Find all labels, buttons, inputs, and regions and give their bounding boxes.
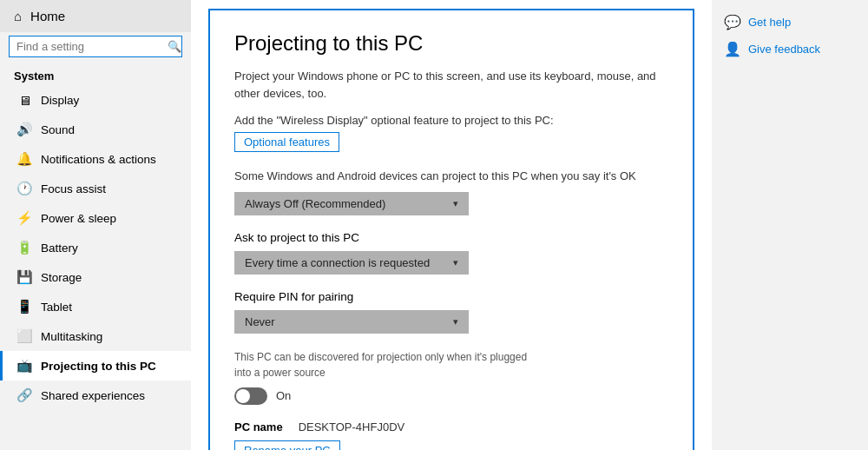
description-text: Project your Windows phone or PC to this… bbox=[234, 68, 668, 102]
notifications-icon: 🔔 bbox=[16, 151, 32, 167]
give-feedback-link[interactable]: 👤 Give feedback bbox=[724, 41, 856, 57]
sound-icon: 🔊 bbox=[16, 122, 32, 137]
sidebar-item-label: Projecting to this PC bbox=[41, 360, 156, 373]
sidebar-item-label: Battery bbox=[41, 242, 78, 255]
discover-text: This PC can be discovered for projection… bbox=[234, 349, 529, 381]
power-icon: ⚡ bbox=[16, 210, 32, 226]
projecting-icon: 📺 bbox=[16, 358, 32, 374]
sidebar-item-battery[interactable]: 🔋 Battery bbox=[0, 233, 191, 262]
add-feature-label: Add the "Wireless Display" optional feat… bbox=[234, 114, 668, 127]
ask-project-dropdown[interactable]: Every time a connection is requested ▾ bbox=[234, 251, 469, 275]
toggle-knob bbox=[236, 389, 250, 403]
sidebar-home[interactable]: ⌂ Home bbox=[0, 0, 191, 32]
focus-icon: 🕐 bbox=[16, 181, 32, 196]
chevron-down-icon: ▾ bbox=[453, 198, 458, 209]
sidebar-item-focus[interactable]: 🕐 Focus assist bbox=[0, 174, 191, 203]
main-content: Projecting to this PC Project your Windo… bbox=[191, 0, 712, 450]
sidebar-item-notifications[interactable]: 🔔 Notifications & actions bbox=[0, 144, 191, 174]
get-help-link[interactable]: 💬 Get help bbox=[724, 14, 856, 30]
shared-icon: 🔗 bbox=[16, 387, 32, 403]
battery-icon: 🔋 bbox=[16, 240, 32, 255]
get-help-label: Get help bbox=[748, 16, 791, 29]
sidebar-item-projecting[interactable]: 📺 Projecting to this PC bbox=[0, 351, 191, 381]
project-availability-dropdown[interactable]: Always Off (Recommended) ▾ bbox=[234, 192, 469, 215]
ask-label: Ask to project to this PC bbox=[234, 231, 668, 244]
search-box: 🔍 bbox=[9, 36, 182, 57]
sidebar-item-power[interactable]: ⚡ Power & sleep bbox=[0, 203, 191, 233]
sidebar: ⌂ Home 🔍 System 🖥 Display 🔊 Sound 🔔 Noti… bbox=[0, 0, 191, 450]
dropdown1-value: Always Off (Recommended) bbox=[245, 197, 385, 210]
pc-name-value: DESKTOP-4HFJ0DV bbox=[299, 420, 405, 433]
storage-icon: 💾 bbox=[16, 269, 32, 285]
require-pin-label: Require PIN for pairing bbox=[234, 290, 668, 303]
optional-features-button[interactable]: Optional features bbox=[234, 132, 339, 152]
sidebar-item-label: Sound bbox=[41, 123, 75, 136]
chevron-down-icon: ▾ bbox=[453, 257, 458, 268]
sidebar-item-label: Focus assist bbox=[41, 182, 106, 195]
sidebar-item-label: Storage bbox=[41, 271, 82, 284]
sidebar-item-shared[interactable]: 🔗 Shared experiences bbox=[0, 381, 191, 410]
multitasking-icon: ⬜ bbox=[16, 328, 32, 344]
toggle-row: On bbox=[234, 387, 668, 405]
rename-pc-button[interactable]: Rename your PC bbox=[234, 440, 340, 451]
some-devices-label: Some Windows and Android devices can pro… bbox=[234, 168, 668, 185]
chevron-down-icon: ▾ bbox=[453, 316, 458, 328]
dropdown2-value: Every time a connection is requested bbox=[245, 256, 430, 269]
pc-name-key: PC name bbox=[234, 420, 283, 433]
help-icon: 💬 bbox=[724, 14, 741, 30]
sidebar-item-display[interactable]: 🖥 Display bbox=[0, 86, 191, 115]
dropdown3-value: Never bbox=[245, 315, 275, 328]
toggle-label: On bbox=[276, 389, 291, 402]
right-panel: 💬 Get help 👤 Give feedback bbox=[712, 0, 868, 450]
tablet-icon: 📱 bbox=[16, 299, 32, 314]
content-panel: Projecting to this PC Project your Windo… bbox=[208, 9, 694, 450]
sidebar-item-label: Notifications & actions bbox=[41, 153, 156, 166]
pc-name-row: PC name DESKTOP-4HFJ0DV bbox=[234, 420, 668, 433]
sidebar-item-label: Shared experiences bbox=[41, 389, 145, 402]
power-source-toggle[interactable] bbox=[234, 387, 267, 405]
home-icon: ⌂ bbox=[14, 9, 22, 23]
require-pin-dropdown[interactable]: Never ▾ bbox=[234, 310, 469, 334]
page-title: Projecting to this PC bbox=[234, 31, 668, 56]
search-input[interactable] bbox=[16, 40, 162, 53]
search-icon: 🔍 bbox=[168, 40, 181, 53]
sidebar-item-tablet[interactable]: 📱 Tablet bbox=[0, 292, 191, 321]
sidebar-item-label: Multitasking bbox=[41, 330, 102, 343]
sidebar-item-storage[interactable]: 💾 Storage bbox=[0, 262, 191, 292]
display-icon: 🖥 bbox=[16, 93, 32, 108]
sidebar-item-label: Tablet bbox=[41, 301, 72, 314]
home-label: Home bbox=[30, 9, 65, 23]
sidebar-item-sound[interactable]: 🔊 Sound bbox=[0, 115, 191, 144]
sidebar-item-label: Power & sleep bbox=[41, 212, 116, 225]
give-feedback-label: Give feedback bbox=[748, 43, 820, 56]
sidebar-item-label: Display bbox=[41, 94, 79, 107]
sidebar-item-multitasking[interactable]: ⬜ Multitasking bbox=[0, 321, 191, 351]
feedback-icon: 👤 bbox=[724, 41, 741, 57]
sidebar-section-label: System bbox=[0, 64, 191, 86]
